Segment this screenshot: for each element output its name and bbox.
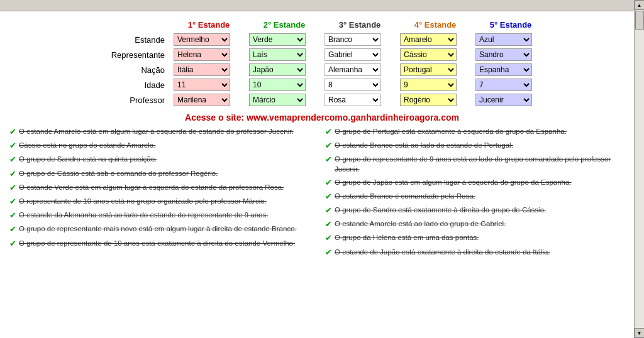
select-stand1-row2[interactable]: Itália [174,63,230,76]
scroll-up-button[interactable]: ▲ [635,0,645,10]
check-icon: ✔ [325,219,332,230]
clue-text: O estande Amarelo está em algum lugar à … [19,126,294,136]
clue-text: O representante de 10 anos está no grupo… [19,196,267,206]
select-stand3-row2[interactable]: Alemanha [325,63,381,76]
check-icon: ✔ [9,210,16,221]
list-item: ✔O representante de 10 anos está no grup… [9,196,319,207]
clues-right: ✔O grupo de Portugal está exatamente à e… [325,126,635,261]
cell-3-1: Cássio [397,47,473,62]
check-icon: ✔ [325,126,332,138]
clue-text: O grupo do representante de 9 anos está … [335,154,635,174]
check-icon: ✔ [325,140,332,151]
clue-text: O grupo de Portugal está exatamente à es… [335,126,567,136]
select-stand1-row1[interactable]: Helena [174,48,230,61]
cell-3-2: Portugal [397,62,473,77]
scrollbar[interactable]: ▲ ▼ [634,0,644,261]
list-item: ✔O grupo de Cássio está sob o comando do… [9,168,319,180]
select-stand5-row3[interactable]: 7 [475,79,532,91]
cell-4-4: Jucenir [473,92,548,107]
list-item: ✔O grupo de Portugal está exatamente à e… [325,126,635,138]
scrollbar-thumb[interactable] [635,11,644,30]
select-stand3-row1[interactable]: Gabriel [325,48,381,61]
row-label-idade: Idade [96,77,171,92]
main-content: 1° Estande 2° Estande 3° Estande 4° Esta… [0,11,644,261]
select-stand1-row4[interactable]: Marilena [174,94,230,106]
check-icon: ✔ [325,191,332,202]
select-stand3-row0[interactable]: Branco [325,33,381,46]
cell-1-4: Márcio [247,92,322,107]
cell-0-0: Vermelho [171,32,247,47]
clue-text: O estande Branco está ao lado do estande… [335,140,513,150]
cell-3-0: Amarelo [397,32,473,47]
select-stand1-row3[interactable]: 11 [174,79,230,91]
row-label-professor: Professor [96,92,171,107]
check-icon: ✔ [325,154,332,165]
check-icon: ✔ [325,205,332,216]
check-icon: ✔ [9,154,16,165]
select-stand2-row2[interactable]: Japão [249,63,306,76]
select-stand4-row1[interactable]: Cássio [400,48,457,61]
check-icon: ✔ [9,126,16,138]
clue-text: O estande Amarelo está ao lado do grupo … [335,219,506,229]
clue-text: O grupo de Sandro está na quinta posição… [19,154,157,164]
select-stand5-row4[interactable]: Jucenir [475,94,532,106]
select-stand5-row2[interactable]: Espanha [475,63,532,76]
list-item: ✔O grupo de representante mais novo está… [9,224,319,235]
cell-1-1: Laís [247,47,322,62]
stands-table: 1° Estande 2° Estande 3° Estande 4° Esta… [96,18,548,107]
check-icon: ✔ [9,196,16,207]
empty-header [96,18,171,32]
cell-3-4: Rogério [397,92,473,107]
select-stand4-row4[interactable]: Rogério [400,94,457,106]
list-item: ✔O estande Branco é comandado pela Rosa. [325,191,635,202]
cell-0-1: Helena [171,47,247,62]
select-stand3-row4[interactable]: Rosa [325,94,381,106]
list-item: ✔O grupo de Japão está em algum lugar à … [325,177,635,188]
header-stand-3: 3° Estande [322,18,397,32]
header-stand-4: 4° Estande [397,18,473,32]
list-item: ✔O grupo da Helena está em uma das ponta… [325,232,635,244]
select-stand1-row0[interactable]: Vermelho [174,33,230,46]
select-stand4-row2[interactable]: Portugal [400,63,457,76]
select-stand3-row3[interactable]: 8 [325,79,381,91]
cell-1-2: Japão [247,62,322,77]
check-icon: ✔ [325,247,332,258]
header-stand-1: 1° Estande [171,18,247,32]
list-item: ✔O grupo de Sandro está exatamente à dir… [325,205,635,216]
select-stand2-row0[interactable]: Verde [249,33,306,46]
check-icon: ✔ [325,177,332,188]
check-icon: ✔ [9,182,16,194]
check-icon: ✔ [9,224,16,235]
clues-left: ✔O estande Amarelo está em algum lugar à… [9,126,319,261]
check-icon: ✔ [9,140,16,151]
clue-text: O grupo de Japão está em algum lugar à e… [335,177,572,187]
select-stand5-row0[interactable]: Azul [475,33,532,46]
header-stand-5: 5° Estande [473,18,548,32]
list-item: ✔Cássio está no grupo do estande Amarelo… [9,140,319,151]
clues-area: ✔O estande Amarelo está em algum lugar à… [6,126,638,261]
scrollbar-track[interactable] [635,10,645,261]
cell-0-3: 11 [171,77,247,92]
clue-text: O grupo de Cássio está sob o comando do … [19,168,218,178]
cell-2-2: Alemanha [322,62,397,77]
select-stand2-row1[interactable]: Laís [249,48,306,61]
cell-4-0: Azul [473,32,548,47]
select-stand5-row1[interactable]: Sandro [475,48,532,61]
select-stand4-row0[interactable]: Amarelo [400,33,457,46]
list-item: ✔O estande Amarelo está ao lado do grupo… [325,219,635,230]
row-label-estande: Estande [96,32,171,47]
list-item: ✔O grupo do representante de 9 anos está… [325,154,635,174]
select-stand2-row4[interactable]: Márcio [249,94,306,106]
clue-text: O grupo de representante de 10 anos está… [19,238,295,248]
cell-4-2: Espanha [473,62,548,77]
clue-text: O estande da Alemanha está ao lado do es… [19,210,268,220]
cell-1-0: Verde [247,32,322,47]
cell-2-0: Branco [322,32,397,47]
ad-banner: Acesse o site: www.vemaprendercomo.ganha… [6,112,638,123]
list-item: ✔O grupo de Sandro está na quinta posiçã… [9,154,319,165]
select-stand2-row3[interactable]: 10 [249,79,306,91]
list-item: ✔O estande Amarelo está em algum lugar à… [9,126,319,138]
clue-text: O grupo da Helena está em uma das pontas… [335,232,479,243]
select-stand4-row3[interactable]: 9 [400,79,457,91]
top-bar [0,0,644,11]
